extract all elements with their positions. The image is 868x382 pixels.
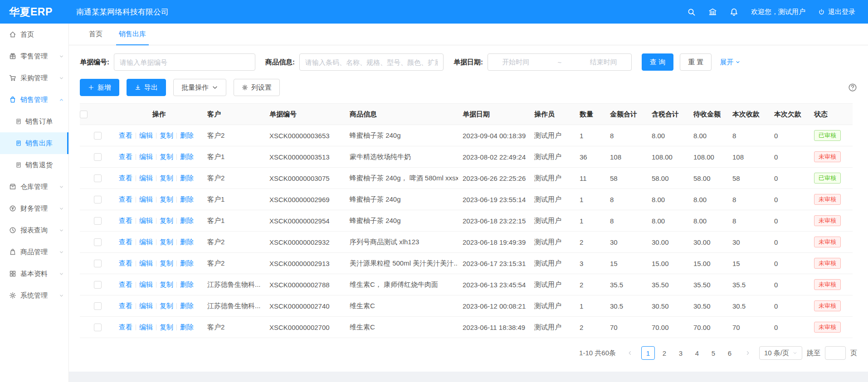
help-icon[interactable] <box>848 83 857 92</box>
page-button-3[interactable]: 3 <box>674 346 688 360</box>
row-action-copy[interactable]: 复制 <box>160 323 173 331</box>
row-checkbox[interactable] <box>94 238 102 246</box>
row-action-edit[interactable]: 编辑 <box>139 174 153 182</box>
page-size-select[interactable]: 10 条/页 <box>759 346 802 360</box>
select-all-checkbox[interactable] <box>80 111 88 118</box>
row-checkbox[interactable] <box>94 153 102 161</box>
search-icon[interactable] <box>687 8 696 16</box>
row-action-delete[interactable]: 删除 <box>180 323 194 331</box>
row-action-view[interactable]: 查看 <box>119 302 132 309</box>
row-action-view[interactable]: 查看 <box>119 217 132 224</box>
sidebar-item-finance[interactable]: 财务管理 <box>0 198 68 219</box>
page-button-6[interactable]: 6 <box>723 346 736 360</box>
tab-sales-outbound[interactable]: 销售出库 <box>111 24 154 45</box>
sidebar-menu: 首页零售管理采购管理销售管理销售订单销售出库销售退货仓库管理财务管理报表查询商品… <box>0 24 68 306</box>
row-action-view[interactable]: 查看 <box>119 174 132 182</box>
row-action-view[interactable]: 查看 <box>119 153 132 160</box>
status-badge: 已审核 <box>814 173 841 184</box>
row-action-edit[interactable]: 编辑 <box>139 217 153 224</box>
row-action-edit[interactable]: 编辑 <box>139 153 153 160</box>
row-checkbox[interactable] <box>94 302 102 310</box>
sidebar-item-sales-order[interactable]: 销售订单 <box>0 111 68 132</box>
row-checkbox[interactable] <box>94 217 102 225</box>
bank-icon[interactable] <box>708 8 717 16</box>
cell-tax-total: 8.00 <box>647 210 689 232</box>
tab-home[interactable]: 首页 <box>81 24 111 45</box>
row-checkbox[interactable] <box>94 324 102 331</box>
row-action-copy[interactable]: 复制 <box>160 174 173 182</box>
row-action-copy[interactable]: 复制 <box>160 259 173 267</box>
row-action-copy[interactable]: 复制 <box>160 238 173 246</box>
sidebar-item-system[interactable]: 系统管理 <box>0 285 68 306</box>
sidebar-item-sales[interactable]: 销售管理 <box>0 89 68 111</box>
row-action-copy[interactable]: 复制 <box>160 153 173 160</box>
row-action-copy[interactable]: 复制 <box>160 217 173 224</box>
row-action-copy[interactable]: 复制 <box>160 131 173 139</box>
row-action-copy[interactable]: 复制 <box>160 302 173 309</box>
row-action-edit[interactable]: 编辑 <box>139 302 153 309</box>
row-action-delete[interactable]: 删除 <box>180 131 194 139</box>
page-button-1[interactable]: 1 <box>641 346 655 360</box>
row-action-edit[interactable]: 编辑 <box>139 131 153 139</box>
row-action-edit[interactable]: 编辑 <box>139 195 153 203</box>
page-button-5[interactable]: 5 <box>707 346 720 360</box>
cell-amount-total: 8 <box>605 125 647 146</box>
row-action-edit[interactable]: 编辑 <box>139 259 153 267</box>
bell-icon[interactable] <box>730 8 738 16</box>
sidebar-item-report[interactable]: 报表查询 <box>0 219 68 241</box>
row-action-delete[interactable]: 删除 <box>180 302 194 309</box>
row-action-delete[interactable]: 删除 <box>180 217 194 224</box>
row-action-delete[interactable]: 删除 <box>180 238 194 246</box>
row-action-delete[interactable]: 删除 <box>180 195 194 203</box>
row-checkbox[interactable] <box>94 260 102 267</box>
reset-button[interactable]: 重 置 <box>680 53 712 71</box>
page-button-2[interactable]: 2 <box>658 346 671 360</box>
cell-receivable: 58.00 <box>689 168 728 189</box>
sidebar-item-sales-outbound[interactable]: 销售出库 <box>0 132 68 154</box>
row-action-view[interactable]: 查看 <box>119 131 132 139</box>
row-checkbox[interactable] <box>94 196 102 203</box>
row-action-edit[interactable]: 编辑 <box>139 323 153 331</box>
layout-frame: 首页零售管理采购管理销售管理销售订单销售出库销售退货仓库管理财务管理报表查询商品… <box>0 24 868 382</box>
row-action-copy[interactable]: 复制 <box>160 280 173 288</box>
row-action-delete[interactable]: 删除 <box>180 153 194 160</box>
row-action-view[interactable]: 查看 <box>119 259 132 267</box>
row-action-delete[interactable]: 删除 <box>180 259 194 267</box>
row-action-delete[interactable]: 删除 <box>180 280 194 288</box>
row-action-copy[interactable]: 复制 <box>160 195 173 203</box>
export-button[interactable]: 导出 <box>127 79 166 96</box>
column-settings-button[interactable]: 列设置 <box>234 79 280 96</box>
date-range-input[interactable]: 开始时间 ~ 结束时间 <box>488 53 632 71</box>
jump-page-input[interactable] <box>825 346 846 360</box>
row-action-view[interactable]: 查看 <box>119 280 132 288</box>
row-action-delete[interactable]: 删除 <box>180 174 194 182</box>
row-action-edit[interactable]: 编辑 <box>139 238 153 246</box>
next-page-button[interactable] <box>741 346 755 360</box>
row-action-view[interactable]: 查看 <box>119 238 132 246</box>
sidebar-item-warehouse[interactable]: 仓库管理 <box>0 176 68 198</box>
product-info-input[interactable] <box>299 53 444 71</box>
status-badge: 未审核 <box>814 279 841 290</box>
row-checkbox[interactable] <box>94 174 102 182</box>
expand-link[interactable]: 展开 <box>720 58 741 67</box>
row-checkbox[interactable] <box>94 132 102 140</box>
sidebar-item-sales-return[interactable]: 销售退货 <box>0 154 68 176</box>
row-action-edit[interactable]: 编辑 <box>139 280 153 288</box>
row-checkbox[interactable] <box>94 281 102 289</box>
bill-no-input[interactable] <box>114 53 255 71</box>
sidebar-item-purchase[interactable]: 采购管理 <box>0 67 68 89</box>
sidebar-item-product[interactable]: 商品管理 <box>0 241 68 263</box>
sidebar-item-basics[interactable]: 基本资料 <box>0 263 68 285</box>
sidebar-item-retail[interactable]: 零售管理 <box>0 45 68 67</box>
search-button[interactable]: 查 询 <box>642 53 673 71</box>
status-badge: 未审核 <box>814 300 841 311</box>
prev-page-button[interactable] <box>623 346 637 360</box>
row-action-view[interactable]: 查看 <box>119 323 132 331</box>
row-action-view[interactable]: 查看 <box>119 195 132 203</box>
logout-button[interactable]: 退出登录 <box>818 8 855 16</box>
add-button[interactable]: 新增 <box>80 79 119 96</box>
sidebar-item-home[interactable]: 首页 <box>0 24 68 45</box>
batch-operations-button[interactable]: 批量操作 <box>173 79 226 96</box>
page-button-4[interactable]: 4 <box>690 346 704 360</box>
action-divider <box>136 175 136 181</box>
